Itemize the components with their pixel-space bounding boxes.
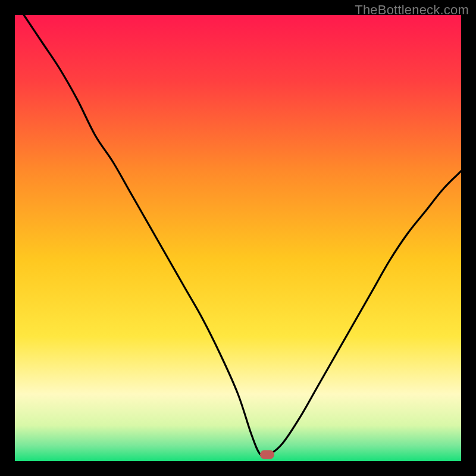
watermark-text: TheBottleneck.com [355, 2, 469, 18]
bottleneck-curve [15, 15, 461, 461]
optimal-marker [260, 450, 274, 459]
plot-area [15, 15, 461, 461]
chart-frame: TheBottleneck.com [0, 0, 476, 476]
